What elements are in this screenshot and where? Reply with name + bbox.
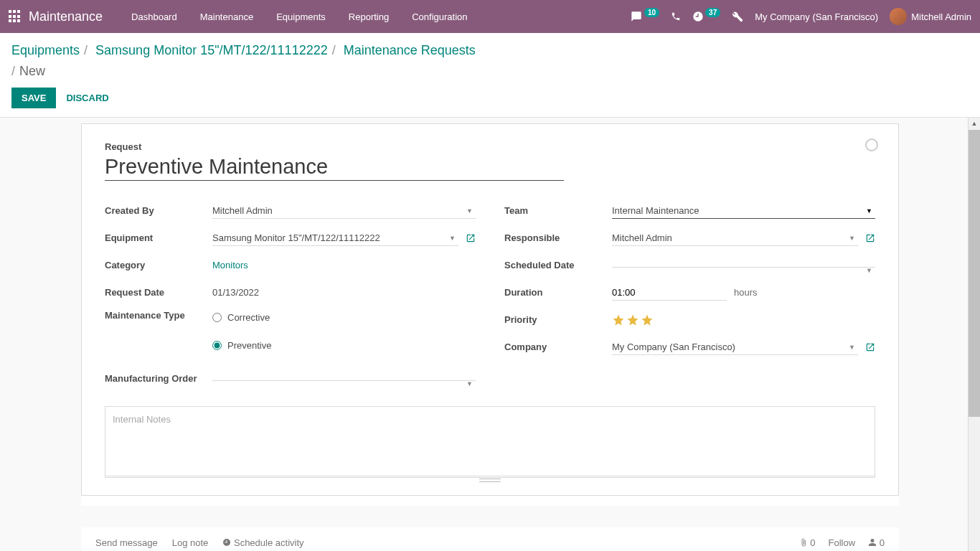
star-icon[interactable] — [641, 314, 654, 326]
nav-maintenance[interactable]: Maintenance — [189, 1, 265, 32]
duration-input[interactable] — [612, 285, 727, 301]
label-duration: Duration — [504, 287, 612, 298]
label-company: Company — [504, 342, 612, 352]
user-name: Mitchell Admin — [911, 11, 971, 22]
request-date-field: 01/13/2022 — [212, 285, 476, 300]
breadcrumb: Equipments/ Samsung Monitor 15"/MT/122/1… — [0, 33, 980, 85]
external-link-icon[interactable] — [865, 342, 875, 352]
star-icon[interactable] — [612, 314, 625, 326]
star-icon[interactable] — [626, 314, 639, 326]
company-switcher[interactable]: My Company (San Francisco) — [755, 11, 878, 22]
nav-dashboard[interactable]: Dashboard — [120, 1, 189, 32]
label-responsible: Responsible — [504, 232, 612, 243]
messages-icon[interactable]: 10 — [630, 11, 659, 22]
scroll-thumb[interactable] — [969, 130, 980, 417]
external-link-icon[interactable] — [466, 233, 476, 243]
label-created-by: Created By — [105, 205, 212, 216]
duration-unit: hours — [734, 287, 758, 298]
discard-button[interactable]: DISCARD — [66, 93, 108, 103]
resize-handle-icon[interactable] — [105, 476, 875, 484]
followers-count[interactable]: 0 — [868, 537, 885, 548]
label-priority: Priority — [504, 314, 612, 325]
save-button[interactable]: SAVE — [11, 88, 56, 108]
chatter: Send message Log note Schedule activity … — [81, 506, 899, 551]
title-label: Request — [105, 141, 875, 152]
label-scheduled-date: Scheduled Date — [504, 260, 612, 270]
phone-icon[interactable] — [671, 11, 681, 22]
form-view: Request Created By Mitchell Admin▼ Equip… — [0, 117, 980, 551]
log-note-button[interactable]: Log note — [172, 537, 209, 548]
schedule-activity-button[interactable]: Schedule activity — [222, 537, 303, 548]
attachments-count[interactable]: 0 — [799, 537, 816, 548]
avatar — [890, 8, 907, 25]
label-manufacturing-order: Manufacturing Order — [105, 373, 212, 384]
nav-configuration[interactable]: Configuration — [400, 1, 479, 32]
activities-icon[interactable]: 37 — [692, 11, 720, 22]
request-name-input[interactable] — [105, 155, 564, 181]
category-field[interactable]: Monitors — [212, 258, 476, 273]
label-equipment: Equipment — [105, 232, 212, 243]
internal-notes-textarea[interactable]: Internal Notes — [105, 406, 875, 478]
app-brand[interactable]: Maintenance — [29, 9, 103, 24]
company-field[interactable]: My Company (San Francisco)▼ — [612, 339, 858, 355]
scheduled-date-field[interactable]: ▼ — [612, 263, 875, 268]
equipment-field[interactable]: Samsung Monitor 15"/MT/122/11112222▼ — [212, 230, 458, 246]
send-message-button[interactable]: Send message — [95, 537, 158, 548]
breadcrumb-equipment-record[interactable]: Samsung Monitor 15"/MT/122/11112222 — [95, 43, 328, 57]
nav-reporting[interactable]: Reporting — [337, 1, 400, 32]
responsible-field[interactable]: Mitchell Admin▼ — [612, 230, 858, 246]
form-sheet: Request Created By Mitchell Admin▼ Equip… — [81, 123, 899, 496]
breadcrumb-maintenance-requests[interactable]: Maintenance Requests — [344, 43, 476, 57]
scroll-up-icon[interactable]: ▲ — [969, 118, 980, 130]
label-request-date: Request Date — [105, 287, 212, 298]
top-navbar: Maintenance Dashboard Maintenance Equipm… — [0, 0, 980, 33]
maintenance-type-radios: Corrective Preventive — [212, 310, 476, 353]
radio-preventive[interactable] — [212, 341, 222, 350]
nav-equipments[interactable]: Equipments — [265, 1, 337, 32]
priority-stars[interactable] — [612, 314, 654, 326]
kanban-state-icon[interactable] — [865, 138, 878, 151]
label-team: Team — [504, 205, 612, 216]
debug-icon[interactable] — [732, 11, 743, 22]
label-category: Category — [105, 260, 212, 270]
label-maintenance-type: Maintenance Type — [105, 310, 212, 321]
activities-badge: 37 — [705, 8, 720, 17]
nav-menu: Dashboard Maintenance Equipments Reporti… — [120, 1, 479, 32]
radio-corrective[interactable] — [212, 313, 222, 322]
team-field[interactable]: Internal Maintenance▼ — [612, 203, 875, 219]
control-panel-buttons: SAVE DISCARD — [0, 85, 980, 117]
created-by-field[interactable]: Mitchell Admin▼ — [212, 203, 476, 219]
follow-button[interactable]: Follow — [829, 537, 856, 548]
nav-systray: 10 37 My Company (San Francisco) Mitchel… — [630, 8, 971, 25]
breadcrumb-current: New — [19, 64, 45, 78]
scrollbar[interactable]: ▲ — [968, 118, 980, 551]
breadcrumb-equipments[interactable]: Equipments — [11, 43, 80, 57]
apps-icon[interactable] — [9, 10, 22, 23]
user-menu[interactable]: Mitchell Admin — [890, 8, 971, 25]
messages-badge: 10 — [644, 8, 659, 17]
external-link-icon[interactable] — [865, 233, 875, 243]
manufacturing-order-field[interactable]: ▼ — [212, 376, 476, 381]
